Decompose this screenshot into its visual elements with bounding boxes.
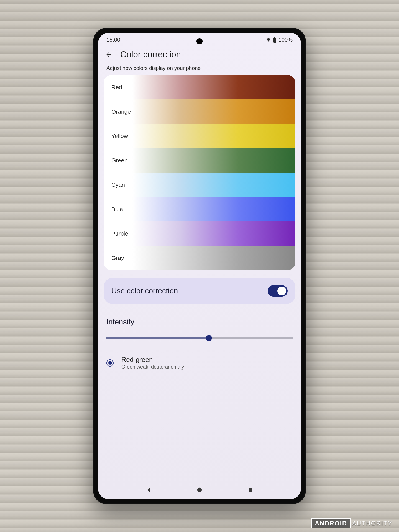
page-title: Color correction bbox=[120, 50, 181, 60]
phone-screen: 15:00 100% Color correction Adjust how c… bbox=[98, 33, 301, 499]
color-label: Orange bbox=[111, 108, 131, 115]
color-row-gray: Gray bbox=[104, 246, 295, 270]
phone-frame: 15:00 100% Color correction Adjust how c… bbox=[93, 28, 306, 504]
color-row-red: Red bbox=[104, 75, 295, 99]
watermark-sub: AUTHORITY bbox=[351, 519, 394, 528]
battery-text: 100% bbox=[278, 37, 293, 43]
camera-punch-hole bbox=[196, 38, 203, 44]
svg-rect-0 bbox=[273, 38, 276, 43]
wifi-icon bbox=[266, 38, 271, 42]
watermark: ANDROIDAUTHORITY bbox=[311, 520, 394, 527]
correction-mode-option[interactable]: Red-green Green weak, deuteranomaly bbox=[104, 342, 295, 373]
color-row-green: Green bbox=[104, 148, 295, 173]
svg-rect-3 bbox=[249, 488, 252, 492]
color-label: Green bbox=[111, 157, 127, 164]
color-correction-toggle[interactable] bbox=[268, 285, 288, 297]
battery-icon bbox=[273, 37, 277, 43]
color-label: Blue bbox=[111, 206, 123, 213]
intensity-section: Intensity bbox=[104, 318, 295, 342]
color-label: Cyan bbox=[111, 181, 125, 188]
color-label: Yellow bbox=[111, 133, 128, 139]
navigation-bar bbox=[98, 482, 301, 499]
color-row-orange: Orange bbox=[104, 99, 295, 124]
color-label: Purple bbox=[111, 230, 128, 237]
radio-subtitle: Green weak, deuteranomaly bbox=[121, 364, 184, 370]
radio-dot bbox=[108, 361, 112, 365]
color-row-blue: Blue bbox=[104, 197, 295, 221]
use-color-correction-row[interactable]: Use color correction bbox=[104, 278, 295, 304]
color-label: Red bbox=[111, 84, 122, 91]
slider-thumb[interactable] bbox=[206, 335, 212, 341]
toggle-label: Use color correction bbox=[111, 287, 178, 295]
status-time: 15:00 bbox=[106, 37, 120, 43]
svg-rect-1 bbox=[274, 37, 275, 38]
color-row-yellow: Yellow bbox=[104, 124, 295, 148]
content-scroll[interactable]: Red Orange Yellow Green Cyan Blue Purple… bbox=[98, 75, 301, 482]
radio-button-icon bbox=[106, 359, 114, 367]
slider-fill bbox=[106, 338, 209, 339]
svg-point-2 bbox=[197, 488, 202, 492]
nav-home-button[interactable] bbox=[194, 484, 205, 495]
intensity-slider[interactable] bbox=[106, 334, 293, 342]
nav-back-button[interactable] bbox=[143, 484, 154, 495]
color-label: Gray bbox=[111, 255, 124, 261]
nav-recents-button[interactable] bbox=[245, 484, 256, 495]
toggle-thumb bbox=[277, 287, 286, 295]
back-button[interactable] bbox=[105, 50, 113, 59]
radio-title: Red-green bbox=[121, 356, 184, 364]
color-row-purple: Purple bbox=[104, 221, 295, 246]
intensity-label: Intensity bbox=[106, 318, 293, 326]
header: Color correction bbox=[98, 45, 301, 63]
radio-texts: Red-green Green weak, deuteranomaly bbox=[121, 356, 184, 370]
status-right: 100% bbox=[266, 37, 293, 43]
color-preview-card: Red Orange Yellow Green Cyan Blue Purple… bbox=[104, 75, 295, 270]
page-subtitle: Adjust how colors display on your phone bbox=[98, 63, 301, 75]
watermark-brand: ANDROID bbox=[311, 518, 351, 528]
color-row-cyan: Cyan bbox=[104, 173, 295, 197]
